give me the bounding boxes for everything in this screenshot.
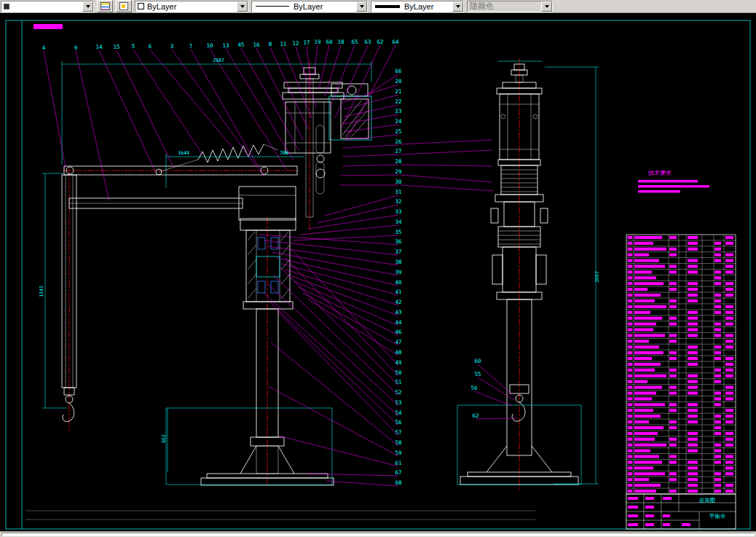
part-callout: 55	[474, 371, 481, 377]
bom-cell-text	[688, 478, 698, 481]
lineweight-combo[interactable]: ByLayer	[371, 1, 464, 12]
bom-cell-text	[688, 264, 698, 267]
part-callout: 44	[395, 319, 402, 326]
bom-cell-text	[688, 409, 698, 412]
bom-cell-text	[669, 317, 677, 320]
part-callout: 10	[206, 42, 213, 49]
bom-cell-text	[628, 472, 633, 475]
part-callout: 4	[42, 44, 46, 51]
part-callout: 18	[337, 39, 344, 45]
part-callout: 66	[395, 68, 402, 74]
chevron-down-icon[interactable]	[452, 1, 463, 12]
bom-cell-text	[634, 484, 661, 487]
bom-cell-text	[688, 328, 698, 331]
leader-line	[330, 45, 355, 107]
color-combo[interactable]: ByLayer	[135, 1, 248, 12]
part-callout: 11	[280, 41, 286, 47]
bom-cell-text	[714, 242, 721, 245]
bom-cell-text	[688, 351, 698, 354]
bom-cell-text	[628, 490, 633, 493]
bom-cell-text	[628, 282, 633, 285]
leader-line	[314, 45, 318, 77]
bom-cell-text	[688, 345, 698, 348]
leader-line	[401, 175, 492, 182]
chevron-down-icon[interactable]	[82, 1, 93, 12]
layer-states-button[interactable]	[116, 0, 132, 12]
leader-line	[478, 377, 514, 400]
leader-line	[268, 284, 398, 406]
dimension-label: 1545	[39, 286, 44, 297]
drawing-title: 总装图	[698, 497, 716, 503]
bom-cell-text	[725, 397, 733, 400]
part-callout: 29	[395, 168, 401, 175]
bom-cell-text	[669, 340, 677, 342]
leader-lines	[44, 45, 517, 486]
leader-line	[344, 135, 398, 140]
horizontal-scrollbar[interactable]	[0, 531, 756, 537]
chevron-down-icon[interactable]	[237, 1, 248, 12]
part-callout: 5	[132, 43, 135, 50]
bom-cell-text	[669, 386, 677, 389]
side-view	[460, 58, 578, 490]
bom-cell-text	[688, 450, 698, 452]
bom-cell-text	[628, 254, 633, 256]
bom-cell-text	[669, 236, 677, 239]
layer-properties-button[interactable]	[97, 0, 113, 12]
bom-cell-text	[688, 375, 698, 377]
bom-cell-text	[725, 466, 733, 469]
layer-combo[interactable]	[1, 1, 94, 12]
bom-cell-text	[628, 276, 633, 279]
cad-drawing[interactable]: 4914155637101345168111217196018656362646…	[0, 13, 756, 531]
bom-cell-text	[628, 432, 633, 435]
leader-line	[401, 165, 492, 166]
bom-cell-text	[714, 259, 721, 262]
part-callout: 24	[395, 118, 402, 125]
part-callout: 54	[395, 409, 402, 416]
bom-cell-text	[669, 323, 677, 326]
model-space-canvas[interactable]: 4914155637101345168111217196018656362646…	[0, 13, 756, 531]
bom-cell-text	[634, 311, 650, 314]
bom-cell-text	[628, 438, 633, 441]
leader-line	[342, 145, 398, 148]
leader-line	[344, 125, 398, 132]
part-callout: 60	[326, 39, 333, 45]
bom-cell-text	[634, 391, 656, 394]
part-callout: 52	[395, 389, 401, 396]
leader-line	[344, 114, 398, 124]
linetype-combo[interactable]: ByLayer	[251, 1, 368, 12]
chevron-down-icon[interactable]	[356, 1, 367, 12]
leader-line	[344, 105, 398, 117]
part-callout: 48	[395, 349, 402, 356]
linetype-sample-icon	[256, 6, 289, 7]
bom-cell-text	[725, 254, 733, 256]
bom-cell-text	[714, 254, 721, 256]
scrollbar-track[interactable]	[1, 533, 755, 536]
bom-cell-text	[688, 242, 698, 245]
bom-cell-text	[714, 276, 721, 279]
bom-cell-text	[688, 317, 698, 320]
bom-cell-text	[634, 264, 665, 267]
front-view	[62, 62, 371, 485]
bom-cell-text	[669, 472, 677, 475]
leader-line	[401, 150, 492, 154]
bom-cell-text	[725, 282, 733, 285]
bom-cell-text	[688, 380, 698, 383]
part-callout: 56	[470, 385, 478, 391]
part-callout: 33	[395, 208, 401, 215]
bom-cell-text	[634, 328, 653, 331]
bom-cell-text	[628, 460, 633, 463]
bom-cell-text	[714, 282, 721, 285]
bom-cell-text	[725, 420, 733, 423]
part-callout: 41	[395, 289, 401, 295]
bom-cell-text	[688, 299, 698, 302]
color-swatch	[138, 3, 144, 9]
part-callout: 8	[269, 41, 272, 47]
bom-cell-text	[634, 409, 653, 412]
part-callout: 63	[364, 39, 371, 45]
leader-line	[474, 391, 512, 406]
bom-cell-text	[714, 351, 721, 354]
bom-cell-text	[714, 455, 721, 458]
bom-cell-text	[714, 248, 721, 251]
leader-line	[274, 275, 398, 396]
bom-cell-text	[725, 490, 733, 493]
